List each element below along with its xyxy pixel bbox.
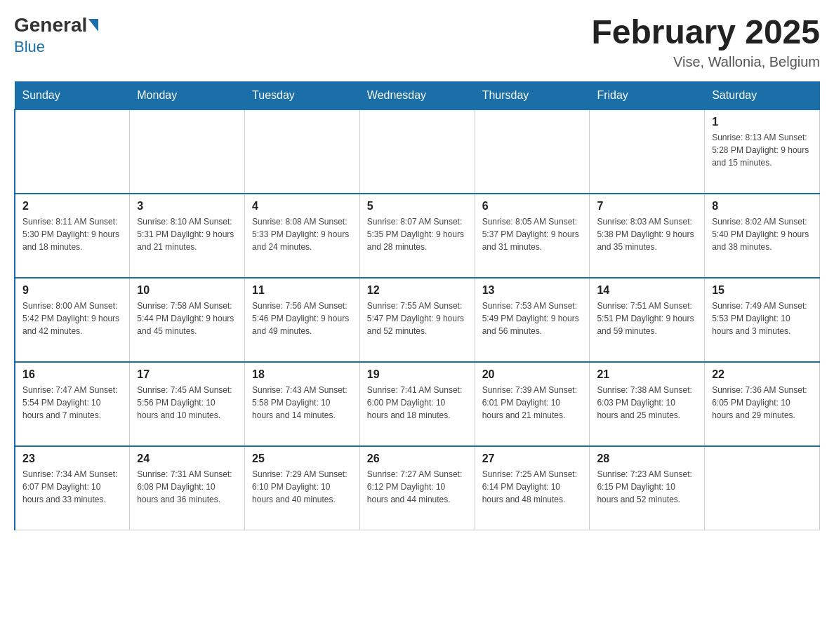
day-number: 21	[597, 368, 697, 381]
day-number: 25	[252, 452, 352, 465]
calendar-cell: 23Sunrise: 7:34 AM Sunset: 6:07 PM Dayli…	[15, 446, 130, 530]
calendar-week-row: 2Sunrise: 8:11 AM Sunset: 5:30 PM Daylig…	[15, 194, 820, 278]
day-of-week-header: Friday	[590, 81, 705, 109]
day-info: Sunrise: 7:56 AM Sunset: 5:46 PM Dayligh…	[252, 300, 352, 337]
calendar-cell: 21Sunrise: 7:38 AM Sunset: 6:03 PM Dayli…	[590, 362, 705, 446]
day-info: Sunrise: 7:31 AM Sunset: 6:08 PM Dayligh…	[137, 468, 237, 506]
calendar-cell: 12Sunrise: 7:55 AM Sunset: 5:47 PM Dayli…	[359, 278, 475, 362]
day-info: Sunrise: 8:11 AM Sunset: 5:30 PM Dayligh…	[22, 215, 122, 253]
calendar-week-row: 9Sunrise: 8:00 AM Sunset: 5:42 PM Daylig…	[15, 278, 820, 362]
day-info: Sunrise: 8:00 AM Sunset: 5:42 PM Dayligh…	[22, 300, 122, 337]
calendar-cell: 18Sunrise: 7:43 AM Sunset: 5:58 PM Dayli…	[245, 362, 360, 446]
day-number: 23	[22, 452, 122, 465]
day-number: 6	[482, 200, 583, 213]
calendar-cell: 19Sunrise: 7:41 AM Sunset: 6:00 PM Dayli…	[359, 362, 475, 446]
day-number: 3	[137, 200, 237, 213]
day-number: 11	[252, 284, 352, 297]
day-number: 18	[252, 368, 352, 381]
calendar-cell: 7Sunrise: 8:03 AM Sunset: 5:38 PM Daylig…	[590, 194, 705, 278]
day-number: 1	[712, 116, 812, 128]
calendar-subtitle: Vise, Wallonia, Belgium	[591, 54, 820, 70]
calendar-cell: 25Sunrise: 7:29 AM Sunset: 6:10 PM Dayli…	[245, 446, 360, 530]
calendar-cell	[590, 109, 705, 194]
calendar-week-row: 23Sunrise: 7:34 AM Sunset: 6:07 PM Dayli…	[15, 446, 820, 530]
calendar-cell	[705, 446, 820, 530]
day-number: 7	[597, 200, 697, 213]
day-info: Sunrise: 7:29 AM Sunset: 6:10 PM Dayligh…	[252, 468, 352, 506]
calendar-cell: 15Sunrise: 7:49 AM Sunset: 5:53 PM Dayli…	[705, 278, 820, 362]
calendar-cell: 27Sunrise: 7:25 AM Sunset: 6:14 PM Dayli…	[475, 446, 590, 530]
calendar-cell: 16Sunrise: 7:47 AM Sunset: 5:54 PM Dayli…	[15, 362, 130, 446]
day-info: Sunrise: 8:13 AM Sunset: 5:28 PM Dayligh…	[712, 131, 812, 169]
calendar-title: February 2025	[591, 14, 820, 51]
day-number: 20	[482, 368, 583, 381]
calendar-cell: 5Sunrise: 8:07 AM Sunset: 5:35 PM Daylig…	[359, 194, 475, 278]
calendar-cell: 17Sunrise: 7:45 AM Sunset: 5:56 PM Dayli…	[130, 362, 245, 446]
calendar-cell: 11Sunrise: 7:56 AM Sunset: 5:46 PM Dayli…	[245, 278, 360, 362]
calendar-cell: 13Sunrise: 7:53 AM Sunset: 5:49 PM Dayli…	[475, 278, 590, 362]
day-number: 13	[482, 284, 583, 297]
day-info: Sunrise: 8:02 AM Sunset: 5:40 PM Dayligh…	[712, 215, 812, 253]
calendar-table: SundayMondayTuesdayWednesdayThursdayFrid…	[14, 81, 820, 531]
calendar-week-row: 16Sunrise: 7:47 AM Sunset: 5:54 PM Dayli…	[15, 362, 820, 446]
day-of-week-header: Wednesday	[359, 81, 475, 109]
logo-blue-text: Blue	[14, 38, 45, 56]
day-info: Sunrise: 7:39 AM Sunset: 6:01 PM Dayligh…	[482, 384, 583, 422]
day-number: 9	[22, 284, 122, 297]
calendar-cell: 6Sunrise: 8:05 AM Sunset: 5:37 PM Daylig…	[475, 194, 590, 278]
calendar-cell: 8Sunrise: 8:02 AM Sunset: 5:40 PM Daylig…	[705, 194, 820, 278]
day-info: Sunrise: 7:38 AM Sunset: 6:03 PM Dayligh…	[597, 384, 697, 422]
calendar-cell	[130, 109, 245, 194]
day-info: Sunrise: 7:45 AM Sunset: 5:56 PM Dayligh…	[137, 384, 237, 422]
day-number: 28	[597, 452, 697, 465]
day-info: Sunrise: 7:36 AM Sunset: 6:05 PM Dayligh…	[712, 384, 812, 422]
calendar-cell	[15, 109, 130, 194]
logo-arrow-icon	[88, 19, 98, 32]
day-info: Sunrise: 8:10 AM Sunset: 5:31 PM Dayligh…	[137, 215, 237, 253]
day-number: 10	[137, 284, 237, 297]
calendar-cell: 4Sunrise: 8:08 AM Sunset: 5:33 PM Daylig…	[245, 194, 360, 278]
day-of-week-header: Sunday	[15, 81, 130, 109]
day-of-week-header: Monday	[130, 81, 245, 109]
calendar-cell: 20Sunrise: 7:39 AM Sunset: 6:01 PM Dayli…	[475, 362, 590, 446]
day-info: Sunrise: 8:08 AM Sunset: 5:33 PM Dayligh…	[252, 215, 352, 253]
calendar-week-row: 1Sunrise: 8:13 AM Sunset: 5:28 PM Daylig…	[15, 109, 820, 194]
calendar-cell: 3Sunrise: 8:10 AM Sunset: 5:31 PM Daylig…	[130, 194, 245, 278]
calendar-cell: 14Sunrise: 7:51 AM Sunset: 5:51 PM Dayli…	[590, 278, 705, 362]
calendar-cell: 26Sunrise: 7:27 AM Sunset: 6:12 PM Dayli…	[359, 446, 475, 530]
day-info: Sunrise: 7:53 AM Sunset: 5:49 PM Dayligh…	[482, 300, 583, 337]
calendar-header-row: SundayMondayTuesdayWednesdayThursdayFrid…	[15, 81, 820, 109]
calendar-cell: 1Sunrise: 8:13 AM Sunset: 5:28 PM Daylig…	[705, 109, 820, 194]
day-number: 26	[367, 452, 468, 465]
day-number: 14	[597, 284, 697, 297]
day-info: Sunrise: 7:43 AM Sunset: 5:58 PM Dayligh…	[252, 384, 352, 422]
day-info: Sunrise: 7:25 AM Sunset: 6:14 PM Dayligh…	[482, 468, 583, 506]
day-of-week-header: Tuesday	[245, 81, 360, 109]
calendar-cell	[359, 109, 475, 194]
day-of-week-header: Saturday	[705, 81, 820, 109]
calendar-cell: 2Sunrise: 8:11 AM Sunset: 5:30 PM Daylig…	[15, 194, 130, 278]
day-number: 22	[712, 368, 812, 381]
title-block: February 2025 Vise, Wallonia, Belgium	[591, 14, 820, 70]
day-number: 24	[137, 452, 237, 465]
day-number: 12	[367, 284, 468, 297]
day-of-week-header: Thursday	[475, 81, 590, 109]
page-header: General Blue February 2025 Vise, Walloni…	[14, 14, 820, 70]
day-number: 15	[712, 284, 812, 297]
calendar-cell: 9Sunrise: 8:00 AM Sunset: 5:42 PM Daylig…	[15, 278, 130, 362]
calendar-cell: 10Sunrise: 7:58 AM Sunset: 5:44 PM Dayli…	[130, 278, 245, 362]
calendar-cell: 24Sunrise: 7:31 AM Sunset: 6:08 PM Dayli…	[130, 446, 245, 530]
day-info: Sunrise: 7:41 AM Sunset: 6:00 PM Dayligh…	[367, 384, 468, 422]
day-info: Sunrise: 7:51 AM Sunset: 5:51 PM Dayligh…	[597, 300, 697, 337]
calendar-cell: 22Sunrise: 7:36 AM Sunset: 6:05 PM Dayli…	[705, 362, 820, 446]
day-info: Sunrise: 7:34 AM Sunset: 6:07 PM Dayligh…	[22, 468, 122, 506]
day-number: 4	[252, 200, 352, 213]
logo-general-text: General	[14, 14, 87, 36]
day-info: Sunrise: 7:47 AM Sunset: 5:54 PM Dayligh…	[22, 384, 122, 422]
day-number: 19	[367, 368, 468, 381]
day-info: Sunrise: 7:49 AM Sunset: 5:53 PM Dayligh…	[712, 300, 812, 337]
day-number: 5	[367, 200, 468, 213]
day-number: 27	[482, 452, 583, 465]
day-info: Sunrise: 7:23 AM Sunset: 6:15 PM Dayligh…	[597, 468, 697, 506]
day-info: Sunrise: 7:27 AM Sunset: 6:12 PM Dayligh…	[367, 468, 468, 506]
